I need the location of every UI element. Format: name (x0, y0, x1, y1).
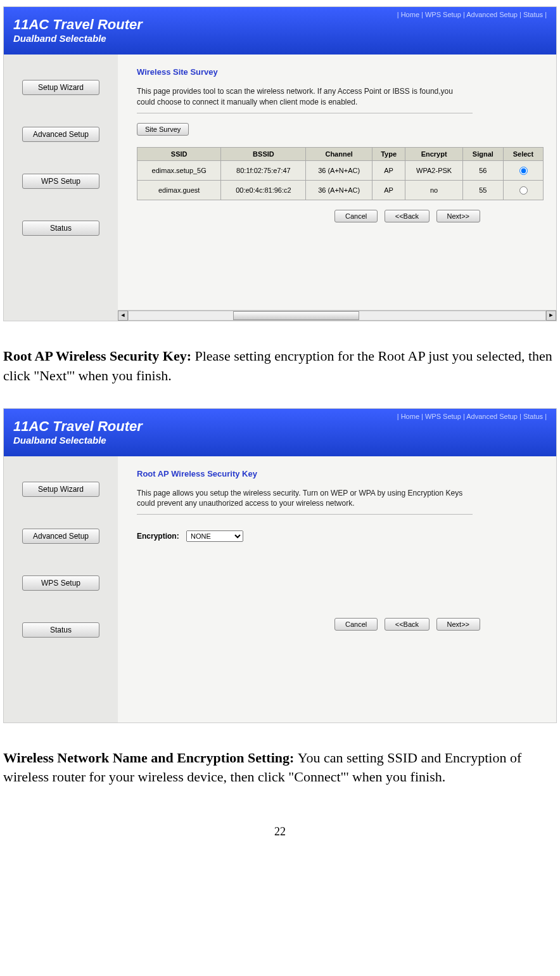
section-description: This page allows you setup the wireless … (137, 488, 466, 510)
advanced-setup-button[interactable]: Advanced Setup (22, 127, 99, 142)
page-number: 22 (3, 825, 557, 838)
divider (137, 514, 473, 515)
horizontal-scrollbar[interactable]: ◄ ► (118, 310, 556, 321)
next-button[interactable]: Next>> (436, 618, 480, 631)
scroll-track[interactable] (128, 311, 546, 321)
action-row: Cancel <<Back Next>> (137, 618, 544, 631)
cell-encrypt: WPA2-PSK (405, 160, 462, 180)
header: | Home | WPS Setup | Advanced Setup | St… (4, 409, 556, 456)
instruction-paragraph: Root AP Wireless Security Key: Please se… (3, 347, 557, 386)
header-subtitle: Dualband Selectable (13, 435, 547, 446)
section-title: Root AP Wireless Security Key (137, 469, 544, 478)
col-select: Select (503, 147, 543, 160)
status-button[interactable]: Status (22, 622, 99, 638)
cell-encrypt: no (405, 180, 462, 200)
col-channel: Channel (306, 147, 372, 160)
col-type: Type (372, 147, 405, 160)
cell-bssid: 80:1f:02:75:e7:47 (221, 160, 306, 180)
cell-bssid: 00:e0:4c:81:96:c2 (221, 180, 306, 200)
instruction-bold: Root AP Wireless Security Key: (3, 348, 194, 364)
section-title: Wireless Site Survey (137, 67, 544, 77)
router-panel-site-survey: | Home | WPS Setup | Advanced Setup | St… (3, 6, 557, 321)
content-area: Wireless Site Survey This page provides … (118, 55, 556, 321)
col-ssid: SSID (137, 147, 221, 160)
survey-table: SSID BSSID Channel Type Encrypt Signal S… (137, 147, 544, 200)
sidebar: Setup Wizard Advanced Setup WPS Setup St… (4, 55, 118, 321)
cell-select[interactable] (503, 160, 543, 180)
scroll-thumb[interactable] (233, 311, 359, 320)
next-button[interactable]: Next>> (436, 210, 480, 222)
sidebar: Setup Wizard Advanced Setup WPS Setup St… (4, 456, 118, 722)
cancel-button[interactable]: Cancel (334, 210, 378, 222)
select-radio[interactable] (519, 167, 528, 175)
setup-wizard-button[interactable]: Setup Wizard (22, 80, 99, 95)
divider (137, 113, 473, 113)
section-description: This page provides tool to scan the wire… (137, 86, 466, 108)
cell-type: AP (372, 180, 405, 200)
site-survey-button[interactable]: Site Survey (137, 123, 189, 136)
cell-select[interactable] (503, 180, 543, 200)
encryption-select[interactable]: NONE (186, 530, 243, 542)
back-button[interactable]: <<Back (385, 618, 430, 631)
cell-ssid: edimax.setup_5G (137, 160, 221, 180)
col-encrypt: Encrypt (405, 147, 462, 160)
top-nav-links[interactable]: | Home | WPS Setup | Advanced Setup | St… (397, 413, 547, 420)
header: | Home | WPS Setup | Advanced Setup | St… (4, 7, 556, 55)
col-signal: Signal (462, 147, 503, 160)
wps-setup-button[interactable]: WPS Setup (22, 575, 99, 591)
cell-signal: 56 (462, 160, 503, 180)
content-area: Root AP Wireless Security Key This page … (118, 456, 556, 722)
advanced-setup-button[interactable]: Advanced Setup (22, 529, 99, 544)
encryption-label: Encryption: (137, 532, 179, 541)
col-bssid: BSSID (221, 147, 306, 160)
cancel-button[interactable]: Cancel (334, 618, 378, 631)
back-button[interactable]: <<Back (385, 210, 430, 222)
cell-channel: 36 (A+N+AC) (306, 180, 372, 200)
cell-type: AP (372, 160, 405, 180)
select-radio[interactable] (519, 186, 528, 195)
top-nav-links[interactable]: | Home | WPS Setup | Advanced Setup | St… (397, 11, 547, 18)
cell-signal: 55 (462, 180, 503, 200)
action-row: Cancel <<Back Next>> (137, 210, 544, 222)
status-button[interactable]: Status (22, 221, 99, 236)
table-row: edimax.guest 00:e0:4c:81:96:c2 36 (A+N+A… (137, 180, 544, 200)
header-subtitle: Dualband Selectable (13, 33, 547, 44)
cell-channel: 36 (A+N+AC) (306, 160, 372, 180)
table-row: edimax.setup_5G 80:1f:02:75:e7:47 36 (A+… (137, 160, 544, 180)
instruction-paragraph: Wireless Network Name and Encryption Set… (3, 748, 557, 788)
wps-setup-button[interactable]: WPS Setup (22, 174, 99, 189)
scroll-right-icon[interactable]: ► (546, 311, 556, 321)
table-header-row: SSID BSSID Channel Type Encrypt Signal S… (137, 147, 544, 160)
setup-wizard-button[interactable]: Setup Wizard (22, 482, 99, 497)
scroll-left-icon[interactable]: ◄ (118, 311, 128, 321)
instruction-bold: Wireless Network Name and Encryption Set… (3, 750, 298, 766)
encryption-row: Encryption: NONE (137, 530, 544, 542)
router-panel-security-key: | Home | WPS Setup | Advanced Setup | St… (3, 408, 557, 723)
cell-ssid: edimax.guest (137, 180, 221, 200)
